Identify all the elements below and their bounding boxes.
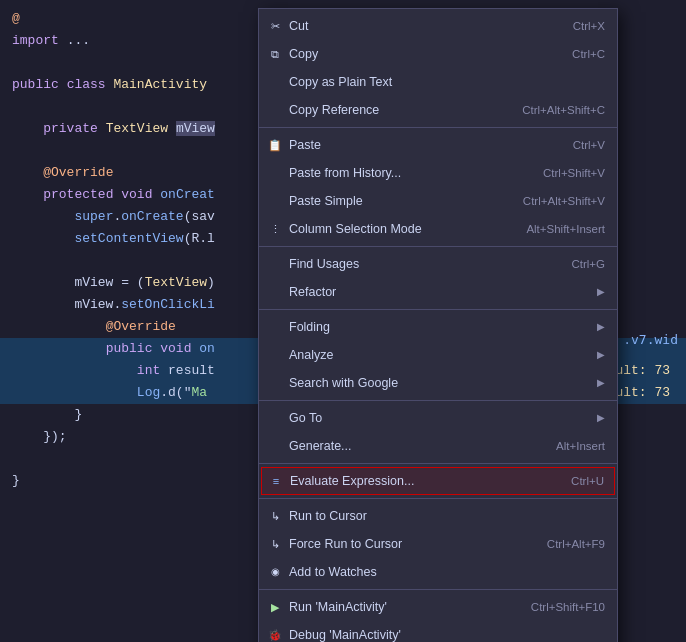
menu-item-copy-ref[interactable]: Copy Reference Ctrl+Alt+Shift+C — [259, 96, 617, 124]
menu-item-col-select[interactable]: ⋮ Column Selection Mode Alt+Shift+Insert — [259, 215, 617, 243]
folding-icon — [267, 319, 283, 335]
paste-icon: 📋 — [267, 137, 283, 153]
separator-5 — [259, 463, 617, 464]
menu-item-evaluate[interactable]: ≡ Evaluate Expression... Ctrl+U — [261, 467, 615, 495]
debug-main-label: Debug 'MainActivity' — [289, 624, 401, 642]
paste-simple-shortcut: Ctrl+Alt+Shift+V — [523, 190, 605, 212]
find-usages-icon — [267, 256, 283, 272]
generate-label: Generate... — [289, 435, 352, 457]
evaluate-shortcut: Ctrl+U — [571, 470, 604, 492]
run-cursor-label: Run to Cursor — [289, 505, 367, 527]
menu-item-run-main[interactable]: ▶ Run 'MainActivity' Ctrl+Shift+F10 — [259, 593, 617, 621]
col-select-label: Column Selection Mode — [289, 218, 422, 240]
paste-simple-label: Paste Simple — [289, 190, 363, 212]
paste-label: Paste — [289, 134, 321, 156]
menu-item-paste-simple[interactable]: Paste Simple Ctrl+Alt+Shift+V — [259, 187, 617, 215]
force-run-icon: ↳ — [267, 536, 283, 552]
add-watch-icon: ◉ — [267, 564, 283, 580]
menu-item-add-watch[interactable]: ◉ Add to Watches — [259, 558, 617, 586]
separator-1 — [259, 127, 617, 128]
menu-item-folding[interactable]: Folding ▶ — [259, 313, 617, 341]
menu-item-generate[interactable]: Generate... Alt+Insert — [259, 432, 617, 460]
refactor-label: Refactor — [289, 281, 336, 303]
partial-code: .v7.wid — [623, 330, 686, 351]
copy-ref-label: Copy Reference — [289, 99, 379, 121]
search-google-label: Search with Google — [289, 372, 398, 394]
force-run-shortcut: Ctrl+Alt+F9 — [547, 533, 605, 555]
goto-label: Go To — [289, 407, 322, 429]
refactor-arrow: ▶ — [597, 281, 605, 303]
copy-shortcut: Ctrl+C — [572, 43, 605, 65]
separator-7 — [259, 589, 617, 590]
paste-history-label: Paste from History... — [289, 162, 401, 184]
generate-icon — [267, 438, 283, 454]
copy-ref-shortcut: Ctrl+Alt+Shift+C — [522, 99, 605, 121]
cut-label: Cut — [289, 15, 308, 37]
analyze-label: Analyze — [289, 344, 333, 366]
refactor-icon — [267, 284, 283, 300]
menu-item-debug-main[interactable]: 🐞 Debug 'MainActivity' — [259, 621, 617, 642]
menu-item-paste[interactable]: 📋 Paste Ctrl+V — [259, 131, 617, 159]
search-google-arrow: ▶ — [597, 372, 605, 394]
menu-item-goto[interactable]: Go To ▶ — [259, 404, 617, 432]
menu-item-copy[interactable]: ⧉ Copy Ctrl+C — [259, 40, 617, 68]
menu-item-refactor[interactable]: Refactor ▶ — [259, 278, 617, 306]
add-watch-label: Add to Watches — [289, 561, 377, 583]
search-google-icon — [267, 375, 283, 391]
separator-4 — [259, 400, 617, 401]
separator-6 — [259, 498, 617, 499]
copy-icon: ⧉ — [267, 46, 283, 62]
find-usages-shortcut: Ctrl+G — [571, 253, 605, 275]
goto-arrow: ▶ — [597, 407, 605, 429]
cut-shortcut: Ctrl+X — [573, 15, 605, 37]
evaluate-label: Evaluate Expression... — [290, 470, 414, 492]
paste-history-shortcut: Ctrl+Shift+V — [543, 162, 605, 184]
copy-ref-icon — [267, 102, 283, 118]
analyze-icon — [267, 347, 283, 363]
analyze-arrow: ▶ — [597, 344, 605, 366]
context-menu: ✂ Cut Ctrl+X ⧉ Copy Ctrl+C Copy as Plain… — [258, 8, 618, 642]
folding-arrow: ▶ — [597, 316, 605, 338]
separator-3 — [259, 309, 617, 310]
menu-item-run-cursor[interactable]: ↳ Run to Cursor — [259, 502, 617, 530]
copy-label: Copy — [289, 43, 318, 65]
evaluate-icon: ≡ — [268, 473, 284, 489]
menu-item-search-google[interactable]: Search with Google ▶ — [259, 369, 617, 397]
menu-item-find-usages[interactable]: Find Usages Ctrl+G — [259, 250, 617, 278]
run-main-icon: ▶ — [267, 599, 283, 615]
paste-history-icon — [267, 165, 283, 181]
generate-shortcut: Alt+Insert — [556, 435, 605, 457]
menu-item-force-run[interactable]: ↳ Force Run to Cursor Ctrl+Alt+F9 — [259, 530, 617, 558]
run-cursor-icon: ↳ — [267, 508, 283, 524]
find-usages-label: Find Usages — [289, 253, 359, 275]
force-run-label: Force Run to Cursor — [289, 533, 402, 555]
goto-icon — [267, 410, 283, 426]
copy-plain-label: Copy as Plain Text — [289, 71, 392, 93]
folding-label: Folding — [289, 316, 330, 338]
run-main-label: Run 'MainActivity' — [289, 596, 387, 618]
copy-plain-icon — [267, 74, 283, 90]
run-main-shortcut: Ctrl+Shift+F10 — [531, 596, 605, 618]
menu-item-cut[interactable]: ✂ Cut Ctrl+X — [259, 12, 617, 40]
debug-main-icon: 🐞 — [267, 627, 283, 642]
menu-item-analyze[interactable]: Analyze ▶ — [259, 341, 617, 369]
menu-item-paste-history[interactable]: Paste from History... Ctrl+Shift+V — [259, 159, 617, 187]
col-select-icon: ⋮ — [267, 221, 283, 237]
separator-2 — [259, 246, 617, 247]
paste-simple-icon — [267, 193, 283, 209]
paste-shortcut: Ctrl+V — [573, 134, 605, 156]
cut-icon: ✂ — [267, 18, 283, 34]
col-select-shortcut: Alt+Shift+Insert — [526, 218, 605, 240]
menu-item-copy-plain[interactable]: Copy as Plain Text — [259, 68, 617, 96]
